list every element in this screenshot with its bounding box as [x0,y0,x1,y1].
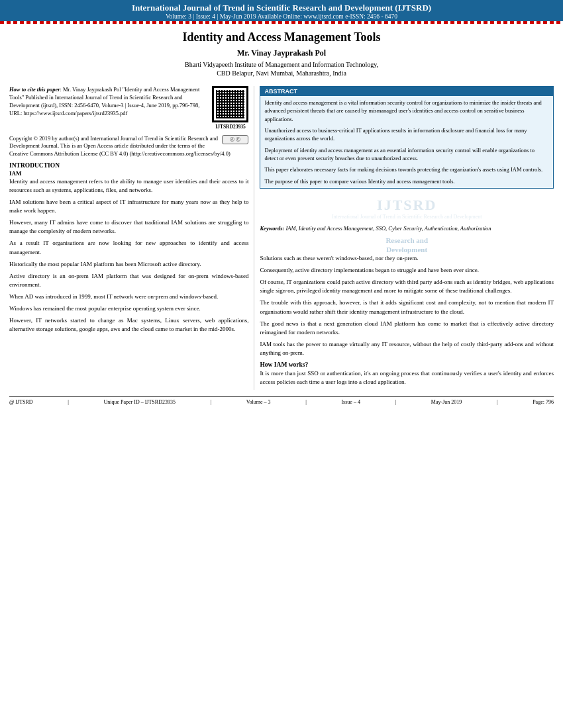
journal-subtitle: Volume: 3 | Issue: 4 | May-Jun 2019 Avai… [5,13,558,20]
watermark-sub: International Journal of Trend in Scient… [260,214,554,220]
left-para-7: When AD was introduced in 1999, most IT … [9,293,248,301]
copyright-box: Ⓐ Ⓒ Copyright © 2019 by author(s) and In… [9,135,248,159]
journal-title: International Journal of Trend in Scient… [5,3,558,13]
keywords-label: Keywords: [260,225,284,232]
left-para-9: However, IT networks started to change a… [9,316,248,334]
footer-date: May-Jun 2019 [431,399,462,405]
right-para-6: IAM tools has the power to manage virtua… [260,340,554,357]
citation-label: How to cite this paper [9,86,60,93]
footer-page: Page: 796 [533,399,554,405]
abstract-para-3: Deployment of identity and access manage… [264,146,549,163]
how-iam-heading: How IAM works? [260,361,554,368]
abstract-para-1: Identity and access management is a vita… [264,99,549,123]
affiliation-line1: Bharti Vidyapeeth Institute of Managemen… [20,61,543,68]
research-watermark: Research and Development [260,236,554,255]
cc-icon: Ⓐ Ⓒ [222,135,248,144]
footer-volume: Volume – 3 [246,399,271,405]
article-title: Identity and Access Management Tools [20,30,543,44]
page-footer: @ IJTSRD | Unique Paper ID – IJTSRD23935… [9,396,554,407]
abstract-box: ABSTRACT Identity and access management … [260,86,554,189]
right-para-3: Of course, IT organizations could patch … [260,278,554,295]
abstract-para-2: Unauthorized access to business-critical… [264,126,549,143]
abstract-para-4: This paper elaborates necessary facts fo… [264,165,549,173]
qr-code-image [212,86,248,122]
left-para-4: As a result IT organisations are now loo… [9,239,248,256]
watermark-area: IJTSRD International Journal of Trend in… [260,194,554,222]
left-para-8: Windows has remained the most popular en… [9,304,248,313]
footer-issue: Issue – 4 [341,399,360,405]
right-para-5: The good news is that a next generation … [260,320,554,337]
iam-subheading: IAM [9,170,248,177]
how-iam-intro: It is more than just SSO or authenticati… [260,369,554,387]
research-line2: Development [260,245,554,254]
footer-divider-4: | [395,399,397,405]
watermark-logo: IJTSRD [260,197,554,214]
cc-license: Ⓐ Ⓒ [222,135,248,144]
footer-divider-3: | [305,399,307,405]
citation-text: How to cite this paper: Mr. Vinay Jaypra… [9,86,209,131]
footer-journal-abbr: @ IJTSRD [9,399,33,405]
left-para-6: Active directory is an on-prem IAM platf… [9,272,248,289]
right-para-2: Consequently, active directory implement… [260,266,554,275]
qr-label: IJTSRD23935 [215,124,245,131]
footer-divider-5: | [497,399,498,405]
footer-divider-1: | [68,399,69,405]
journal-header: International Journal of Trend in Scient… [0,0,563,21]
keywords-line: Keywords: IAM, Identity and Access Manag… [260,225,554,233]
right-para-1: Solutions such as these weren't windows-… [260,254,554,263]
footer-divider-2: | [211,399,212,405]
article-title-section: Identity and Access Management Tools Mr.… [0,24,563,81]
qr-box: IJTSRD23935 [212,86,248,131]
footer-paper-id: Unique Paper ID – IJTSRD23935 [103,399,175,405]
citation-box: How to cite this paper: Mr. Vinay Jaypra… [9,86,248,131]
cc-icon-label: Ⓐ Ⓒ [230,136,240,143]
keywords-text: IAM, Identity and Access Management, SSO… [285,225,491,232]
abstract-content: Identity and access management is a vita… [260,96,553,188]
copyright-text: Copyright © 2019 by author(s) and Intern… [9,135,230,158]
research-line1: Research and [260,236,554,245]
right-column: ABSTRACT Identity and access management … [254,86,554,390]
left-para-5: Historically the most popular IAM platfo… [9,260,248,269]
abstract-header: ABSTRACT [260,87,553,96]
two-col-layout: How to cite this paper: Mr. Vinay Jaypra… [0,81,563,390]
right-para-4: The trouble with this approach, however,… [260,298,554,316]
left-para-1: Identity and access management refers to… [9,177,248,195]
left-para-3: However, many IT admins have come to dis… [9,218,248,236]
author-name: Mr. Vinay Jayprakash Pol [20,48,543,58]
left-para-2: IAM solutions have been a critical aspec… [9,198,248,215]
intro-heading: INTRODUCTION [9,162,248,169]
affiliation-line2: CBD Belapur, Navi Mumbai, Maharashtra, I… [20,69,543,77]
left-column: How to cite this paper: Mr. Vinay Jaypra… [9,86,254,390]
abstract-para-5: The purpose of this paper to compare var… [264,177,549,185]
